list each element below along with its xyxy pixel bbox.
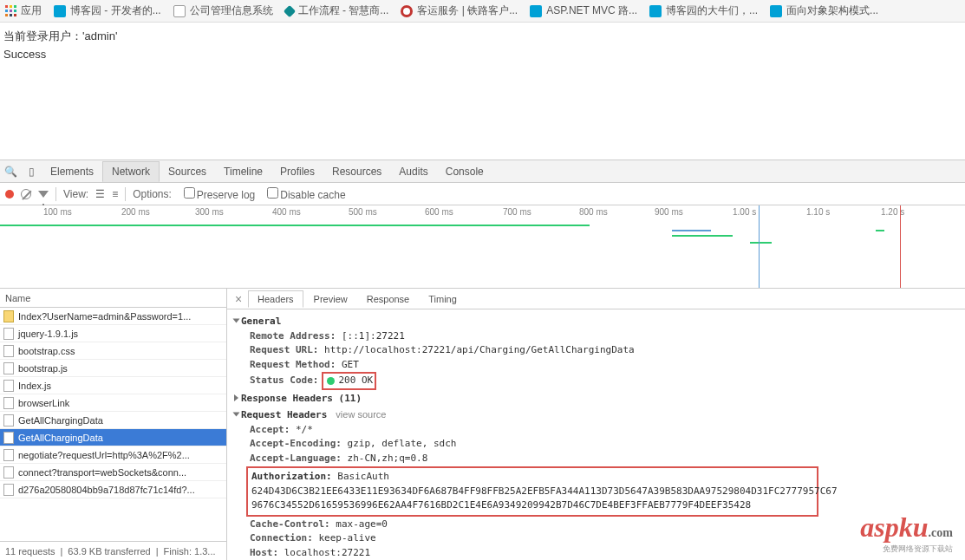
request-headers-section[interactable]: Request Headersview source bbox=[234, 407, 958, 423]
tab-elements[interactable]: Elements bbox=[42, 162, 102, 181]
timeline-bar bbox=[0, 225, 590, 226]
column-header[interactable]: Name bbox=[0, 289, 226, 308]
bookmark-label: 面向对象架构模式... bbox=[786, 3, 878, 18]
preserve-log-checkbox[interactable] bbox=[184, 187, 195, 199]
tab-timing[interactable]: Timing bbox=[420, 291, 466, 307]
view-source-link[interactable]: view source bbox=[336, 409, 386, 420]
preserve-log-option[interactable]: Preserve log bbox=[179, 187, 255, 201]
record-button[interactable] bbox=[5, 190, 14, 199]
section-title: Response Headers (11) bbox=[241, 393, 362, 404]
tick: 900 ms bbox=[655, 207, 683, 217]
request-name: Index?UserName=admin&Password=1... bbox=[18, 311, 191, 322]
large-rows-icon[interactable]: ☰ bbox=[95, 188, 105, 200]
filter-button[interactable] bbox=[38, 191, 49, 198]
apps-button[interactable]: 应用 bbox=[5, 3, 42, 18]
tab-console[interactable]: Console bbox=[437, 162, 492, 181]
value: gzip, deflate, sdch bbox=[348, 438, 457, 449]
request-row[interactable]: d276a20580804bb9a718d87fc71c14fd?... bbox=[0, 481, 226, 498]
timeline-bar bbox=[672, 235, 733, 237]
request-list: Name Index?UserName=admin&Password=1... … bbox=[0, 289, 227, 560]
small-rows-icon[interactable]: ≡ bbox=[112, 188, 118, 200]
section-title: General bbox=[241, 316, 281, 327]
value: zh-CN,zh;q=0.8 bbox=[348, 453, 428, 464]
bookmark-item[interactable]: 面向对象架构模式... bbox=[770, 3, 878, 18]
requests-summary: 11 requests | 63.9 KB transferred | Fini… bbox=[0, 541, 226, 560]
bookmark-item[interactable]: 客运服务 | 铁路客户... bbox=[401, 3, 518, 18]
devtools-tabs: 🔍 ▯ Elements Network Sources Timeline Pr… bbox=[0, 160, 965, 183]
network-toolbar: View: ☰ ≡ Options: Preserve log Disable … bbox=[0, 183, 965, 205]
request-row[interactable]: connect?transport=webSockets&conn... bbox=[0, 464, 226, 481]
file-icon bbox=[3, 345, 14, 357]
value: max-age=0 bbox=[336, 518, 388, 530]
request-detail: × Headers Preview Response Timing Genera… bbox=[227, 289, 965, 560]
bookmark-item[interactable]: 博客园的大牛们，... bbox=[649, 3, 758, 18]
tab-timeline[interactable]: Timeline bbox=[215, 162, 271, 181]
network-timeline[interactable]: 100 ms 200 ms 300 ms 400 ms 500 ms 600 m… bbox=[0, 205, 965, 289]
value: GET bbox=[342, 359, 359, 370]
preserve-log-label: Preserve log bbox=[197, 189, 255, 201]
headers-body: General Remote Address: [::1]:27221 Requ… bbox=[227, 309, 965, 560]
tab-profiles[interactable]: Profiles bbox=[271, 162, 323, 181]
bookmark-item[interactable]: 博客园 - 开发者的... bbox=[54, 3, 161, 18]
tab-audits[interactable]: Audits bbox=[390, 162, 436, 181]
file-icon bbox=[3, 414, 14, 427]
disable-cache-checkbox[interactable] bbox=[267, 187, 278, 199]
request-name: negotiate?requestUrl=http%3A%2F%2... bbox=[18, 450, 190, 460]
label: Accept-Encoding: bbox=[250, 438, 342, 449]
bookmark-item[interactable]: ASP.NET MVC 路... bbox=[530, 3, 637, 18]
file-icon bbox=[3, 449, 14, 461]
general-section[interactable]: General bbox=[234, 315, 958, 329]
search-icon[interactable]: 🔍 bbox=[0, 161, 21, 182]
tick: 600 ms bbox=[425, 207, 453, 217]
timeline-bar bbox=[876, 230, 884, 231]
apps-label: 应用 bbox=[21, 3, 42, 18]
disable-cache-option[interactable]: Disable cache bbox=[262, 187, 345, 201]
request-row[interactable]: Index.js bbox=[0, 377, 226, 394]
bookmark-label: 工作流程 - 智慧商... bbox=[298, 3, 389, 18]
request-row[interactable]: jquery-1.9.1.js bbox=[0, 325, 226, 342]
label: Cache-Control: bbox=[250, 518, 330, 530]
request-name: connect?transport=webSockets&conn... bbox=[18, 467, 186, 478]
bookmarks-bar: 应用 博客园 - 开发者的... 公司管理信息系统 工作流程 - 智慧商... … bbox=[0, 0, 965, 23]
request-row[interactable]: browserLink bbox=[0, 394, 226, 412]
clear-button[interactable] bbox=[21, 189, 31, 199]
highlight-box: 200 OK bbox=[322, 372, 376, 390]
request-row[interactable]: negotiate?requestUrl=http%3A%2F%2... bbox=[0, 446, 226, 464]
file-icon bbox=[3, 328, 14, 340]
site-icon bbox=[770, 5, 782, 17]
file-icon bbox=[3, 310, 14, 322]
close-detail-button[interactable]: × bbox=[231, 292, 246, 306]
disable-cache-label: Disable cache bbox=[280, 189, 345, 201]
request-row[interactable]: GetAllChargingData bbox=[0, 429, 226, 446]
section-title: Request Headers bbox=[241, 409, 327, 420]
finish-time: Finish: 1.3... bbox=[164, 546, 216, 557]
tab-resources[interactable]: Resources bbox=[323, 162, 390, 181]
bookmark-item[interactable]: 公司管理信息系统 bbox=[173, 3, 273, 18]
request-row[interactable]: Index?UserName=admin&Password=1... bbox=[0, 308, 226, 325]
request-count: 11 requests bbox=[5, 546, 55, 557]
file-icon bbox=[3, 380, 14, 392]
site-icon bbox=[530, 5, 542, 17]
file-icon bbox=[3, 484, 14, 496]
file-icon bbox=[3, 362, 14, 374]
value: BasicAuth 624D43D6C3B21EE6433E11E93634DF… bbox=[251, 471, 838, 497]
status-dot-icon bbox=[327, 377, 335, 385]
tab-response[interactable]: Response bbox=[358, 291, 419, 307]
device-icon[interactable]: ▯ bbox=[21, 161, 42, 182]
tab-sources[interactable]: Sources bbox=[160, 162, 215, 181]
bookmark-label: 公司管理信息系统 bbox=[190, 3, 273, 18]
tick: 100 ms bbox=[43, 207, 72, 217]
tab-network[interactable]: Network bbox=[102, 161, 160, 182]
response-headers-section[interactable]: Response Headers (11) bbox=[234, 392, 958, 407]
request-row[interactable]: bootstrap.css bbox=[0, 342, 226, 360]
apps-icon bbox=[5, 5, 17, 17]
bookmark-item[interactable]: 工作流程 - 智慧商... bbox=[285, 3, 389, 18]
value: */* bbox=[296, 424, 313, 435]
status-text: Success bbox=[3, 46, 962, 64]
tab-preview[interactable]: Preview bbox=[305, 291, 356, 307]
request-row[interactable]: GetAllChargingData bbox=[0, 412, 226, 429]
file-icon bbox=[3, 466, 14, 479]
site-icon bbox=[284, 4, 296, 16]
request-row[interactable]: bootstrap.js bbox=[0, 360, 226, 377]
tab-headers[interactable]: Headers bbox=[248, 290, 303, 308]
